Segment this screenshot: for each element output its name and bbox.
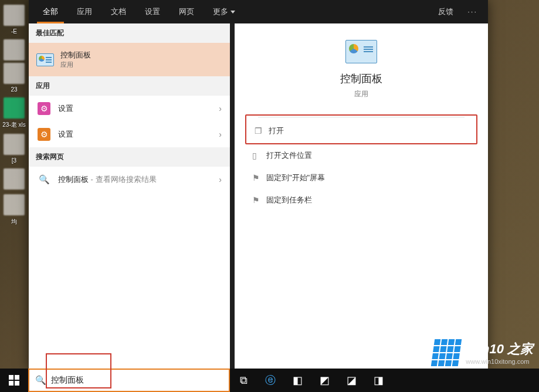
control-panel-icon — [36, 53, 54, 66]
windows-logo-icon — [431, 339, 462, 366]
action-label: 打开 — [269, 126, 284, 136]
pin-icon: ⚑ — [252, 195, 266, 205]
taskbar: 🔍 ⧉ ⓔ ◧ ◩ ◪ ◨ — [0, 369, 539, 392]
start-button[interactable] — [0, 369, 28, 392]
result-subtitle: 应用 — [60, 60, 91, 69]
windows-logo-icon — [9, 375, 19, 386]
tab-more[interactable]: 更多 — [204, 0, 245, 23]
desktop-icons-column: -E 23 23-老 xls [3 均 — [0, 0, 28, 392]
task-view-button[interactable]: ⧉ — [230, 369, 257, 392]
chevron-right-icon: › — [219, 175, 222, 184]
desktop-icon[interactable] — [4, 63, 25, 84]
desktop-icon[interactable] — [4, 39, 25, 60]
search-flyout: 全部 应用 文档 设置 网页 更多 反馈 ··· 最佳匹配 控制面板 应用 应用… — [29, 0, 488, 369]
desktop-label: 均 — [0, 218, 28, 226]
desktop-icon[interactable] — [4, 97, 25, 119]
desktop-icon[interactable] — [4, 134, 25, 155]
taskbar-pinned-apps: ⧉ ⓔ ◧ ◩ ◪ ◨ — [230, 369, 392, 392]
action-open-location[interactable]: ▯ 打开文件位置 — [245, 144, 477, 167]
tab-web[interactable]: 网页 — [170, 0, 204, 23]
action-open[interactable]: ❐ 打开 — [248, 120, 475, 142]
watermark-url: www.win10xitong.com — [466, 358, 533, 365]
desktop-icon[interactable] — [4, 168, 25, 190]
chevron-right-icon: › — [219, 104, 222, 113]
chevron-down-icon — [230, 11, 235, 13]
chevron-right-icon: › — [219, 130, 222, 139]
result-settings-1[interactable]: ⚙ 设置 › — [29, 96, 230, 121]
action-pin-start[interactable]: ⚑ 固定到"开始"屏幕 — [245, 167, 477, 189]
folder-icon: ▯ — [252, 151, 266, 160]
search-icon: 🔍 — [35, 375, 46, 386]
open-icon: ❐ — [255, 126, 269, 136]
more-options-button[interactable]: ··· — [462, 0, 483, 23]
detail-subtitle: 应用 — [354, 89, 368, 99]
tab-settings[interactable]: 设置 — [135, 0, 170, 23]
section-best-match: 最佳匹配 — [29, 23, 230, 43]
desktop-icon[interactable] — [4, 5, 25, 26]
result-title: 控制面板 — [60, 50, 91, 60]
tab-more-label: 更多 — [213, 0, 228, 23]
pin-icon: ⚑ — [252, 173, 266, 183]
action-label: 固定到"开始"屏幕 — [266, 173, 325, 183]
highlight-annotation: ❐ 打开 — [245, 114, 477, 144]
taskbar-app-icon[interactable]: ◪ — [338, 369, 365, 392]
desktop-label: 23-老 xls — [0, 121, 28, 129]
result-title: 控制面板 - 查看网络搜索结果 — [58, 174, 157, 185]
tab-all[interactable]: 全部 — [33, 0, 67, 23]
tab-apps[interactable]: 应用 — [67, 0, 101, 23]
desktop-label: -E — [0, 28, 28, 35]
edge-icon[interactable]: ⓔ — [257, 369, 284, 392]
gear-icon: ⚙ — [38, 102, 50, 115]
tab-documents[interactable]: 文档 — [101, 0, 135, 23]
detail-column: 控制面板 应用 ❐ 打开 ▯ 打开文件位置 ⚑ 固定到"开始"屏幕 — [230, 23, 488, 369]
desktop-label: 23 — [0, 86, 28, 93]
taskbar-app-icon[interactable]: ◨ — [365, 369, 392, 392]
gear-icon: ⚙ — [38, 128, 50, 141]
taskbar-app-icon[interactable]: ◩ — [311, 369, 338, 392]
result-title: 设置 — [58, 129, 73, 140]
search-tabs: 全部 应用 文档 设置 网页 更多 反馈 ··· — [29, 0, 488, 23]
desktop-label: [3 — [0, 157, 28, 164]
section-web: 搜索网页 — [29, 147, 230, 167]
taskbar-app-icon[interactable]: ◧ — [284, 369, 311, 392]
feedback-link[interactable]: 反馈 — [430, 0, 462, 23]
action-label: 打开文件位置 — [266, 150, 312, 161]
detail-header: 控制面板 应用 — [235, 23, 488, 109]
watermark: Win10 之家 www.win10xitong.com — [433, 339, 533, 366]
detail-title: 控制面板 — [340, 72, 382, 86]
result-settings-2[interactable]: ⚙ 设置 › — [29, 121, 230, 147]
taskbar-search-box[interactable]: 🔍 — [28, 369, 230, 392]
search-input[interactable] — [51, 376, 223, 385]
action-label: 固定到任务栏 — [266, 195, 312, 205]
result-best-control-panel[interactable]: 控制面板 应用 — [29, 43, 230, 76]
desktop-icon[interactable] — [4, 194, 25, 215]
control-panel-icon — [345, 40, 377, 63]
results-column: 最佳匹配 控制面板 应用 应用 ⚙ 设置 › ⚙ 设置 › 搜索网页 — [29, 23, 230, 369]
section-apps: 应用 — [29, 76, 230, 96]
result-title: 设置 — [58, 103, 73, 114]
watermark-title: Win10 之家 — [466, 340, 533, 358]
search-icon: 🔍 — [36, 171, 52, 188]
result-web-search[interactable]: 🔍 控制面板 - 查看网络搜索结果 › — [29, 167, 230, 192]
action-pin-taskbar[interactable]: ⚑ 固定到任务栏 — [245, 189, 477, 211]
